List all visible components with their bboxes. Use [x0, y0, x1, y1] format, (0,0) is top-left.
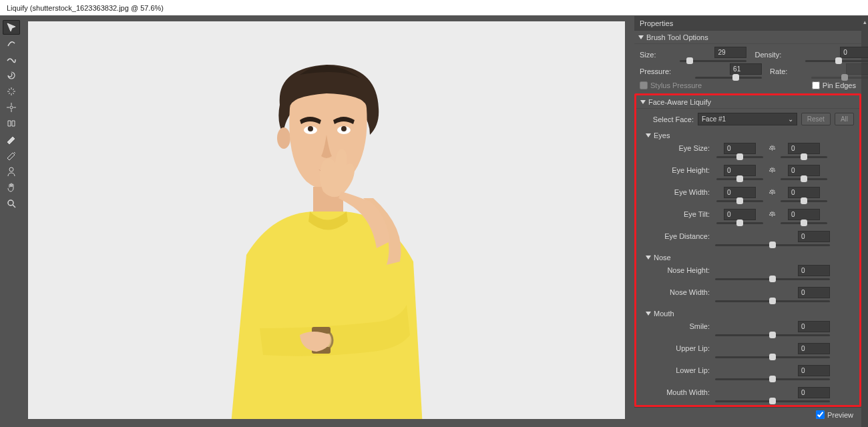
eye-width-right-slider[interactable] — [781, 200, 827, 202]
eye-height-left-slider[interactable] — [716, 178, 763, 180]
properties-panel: Properties Brush Tool Options Size: Dens… — [634, 16, 861, 427]
canvas[interactable] — [28, 21, 625, 419]
pressure-input[interactable] — [730, 63, 762, 75]
eye-height-right-input[interactable] — [788, 165, 820, 176]
eye-distance-input[interactable] — [798, 231, 830, 242]
forward-warp-tool[interactable] — [3, 20, 20, 35]
eye-size-right-slider[interactable] — [781, 156, 827, 158]
upper-lip-slider[interactable] — [715, 356, 830, 358]
eye-size-right-input[interactable] — [788, 143, 820, 154]
link-icon[interactable]: 𐄷 — [769, 210, 776, 218]
face-tool[interactable] — [3, 164, 20, 179]
select-face-value: Face #1 — [702, 115, 726, 123]
scroll-up-icon[interactable]: ▴ — [863, 19, 867, 25]
eye-size-label: Eye Size: — [642, 143, 714, 154]
svg-point-0 — [10, 106, 13, 109]
preview-checkbox[interactable] — [816, 410, 825, 419]
chevron-down-icon: ⌄ — [788, 115, 793, 123]
window-title: Liquify (shutterstock_1623363832.jpg @ 5… — [0, 0, 868, 16]
nose-height-label: Nose Height: — [642, 265, 714, 276]
smile-input[interactable] — [798, 321, 830, 332]
nose-width-label: Nose Width: — [642, 287, 714, 298]
caret-down-icon — [638, 35, 644, 39]
push-left-tool[interactable] — [3, 116, 20, 131]
caret-down-icon — [646, 133, 651, 137]
pucker-tool[interactable] — [3, 84, 20, 99]
rate-input[interactable] — [846, 63, 868, 75]
eye-width-left-input[interactable] — [724, 187, 756, 198]
tool-column — [0, 16, 23, 427]
eye-height-right-slider[interactable] — [781, 178, 827, 180]
eye-width-label: Eye Width: — [642, 187, 714, 198]
size-slider[interactable] — [680, 60, 746, 62]
eye-size-left-slider[interactable] — [716, 156, 763, 158]
size-input[interactable] — [714, 47, 746, 58]
properties-title: Properties — [634, 16, 861, 31]
bloat-tool[interactable] — [3, 100, 20, 115]
caret-down-icon — [646, 312, 651, 316]
nose-header[interactable]: Nose — [636, 252, 859, 264]
nose-label: Nose — [654, 252, 671, 264]
lower-lip-label: Lower Lip: — [642, 365, 714, 376]
nose-width-input[interactable] — [798, 287, 830, 298]
preview-label: Preview — [827, 411, 853, 419]
eyes-header[interactable]: Eyes — [636, 129, 859, 141]
stylus-pressure-checkbox[interactable] — [640, 81, 648, 89]
mouth-width-input[interactable] — [798, 387, 830, 398]
svg-point-3 — [277, 127, 290, 149]
rate-slider[interactable] — [811, 77, 868, 79]
all-button[interactable]: All — [835, 113, 854, 125]
upper-lip-input[interactable] — [798, 343, 830, 354]
nose-height-slider[interactable] — [715, 278, 830, 280]
eye-distance-label: Eye Distance: — [642, 231, 714, 242]
svg-point-2 — [8, 200, 13, 205]
eye-distance-slider[interactable] — [715, 244, 830, 246]
face-aware-header[interactable]: Face-Aware Liquify — [636, 95, 859, 109]
face-aware-label: Face-Aware Liquify — [648, 95, 711, 109]
mouth-width-slider[interactable] — [715, 400, 830, 402]
mouth-header[interactable]: Mouth — [636, 308, 859, 320]
link-icon[interactable]: 𐄷 — [769, 188, 776, 196]
brush-options-header[interactable]: Brush Tool Options — [634, 31, 861, 44]
pressure-slider[interactable] — [695, 77, 762, 79]
freeze-mask-tool[interactable] — [3, 132, 20, 147]
eyes-label: Eyes — [654, 129, 670, 141]
thaw-mask-tool[interactable] — [3, 148, 20, 163]
smile-label: Smile: — [642, 321, 714, 332]
svg-point-5 — [308, 126, 313, 131]
link-icon[interactable]: 𐄷 — [769, 144, 776, 152]
density-label: Density: — [754, 51, 785, 59]
eye-tilt-right-input[interactable] — [788, 209, 820, 220]
hand-tool[interactable] — [3, 180, 20, 195]
face-aware-highlight: Face-Aware Liquify Select Face: Face #1 … — [634, 93, 861, 407]
reset-button[interactable]: Reset — [801, 113, 831, 125]
density-slider[interactable] — [805, 60, 868, 62]
caret-down-icon — [640, 100, 646, 104]
twirl-tool[interactable] — [3, 68, 20, 83]
eye-height-left-input[interactable] — [724, 165, 756, 176]
mouth-label: Mouth — [654, 308, 674, 320]
nose-height-input[interactable] — [798, 265, 830, 276]
upper-lip-label: Upper Lip: — [642, 343, 714, 354]
pin-edges-label: Pin Edges — [823, 81, 856, 89]
reconstruct-tool[interactable] — [3, 36, 20, 51]
pressure-label: Pressure: — [640, 67, 675, 75]
eye-size-left-input[interactable] — [724, 143, 756, 154]
smile-slider[interactable] — [715, 334, 830, 336]
eye-tilt-right-slider[interactable] — [781, 222, 827, 224]
eye-tilt-left-input[interactable] — [724, 209, 756, 220]
lower-lip-slider[interactable] — [715, 378, 830, 380]
link-icon[interactable]: 𐄷 — [769, 166, 776, 174]
lower-lip-input[interactable] — [798, 365, 830, 376]
eye-width-right-input[interactable] — [788, 187, 820, 198]
pin-edges-checkbox[interactable] — [812, 81, 820, 89]
density-input[interactable] — [840, 47, 868, 58]
select-face-dropdown[interactable]: Face #1 ⌄ — [698, 113, 797, 125]
rate-label: Rate: — [770, 67, 791, 75]
zoom-tool[interactable] — [3, 196, 20, 211]
svg-point-1 — [9, 167, 13, 171]
eye-width-left-slider[interactable] — [716, 200, 763, 202]
nose-width-slider[interactable] — [715, 300, 830, 302]
smooth-tool[interactable] — [3, 52, 20, 67]
eye-tilt-left-slider[interactable] — [716, 222, 763, 224]
